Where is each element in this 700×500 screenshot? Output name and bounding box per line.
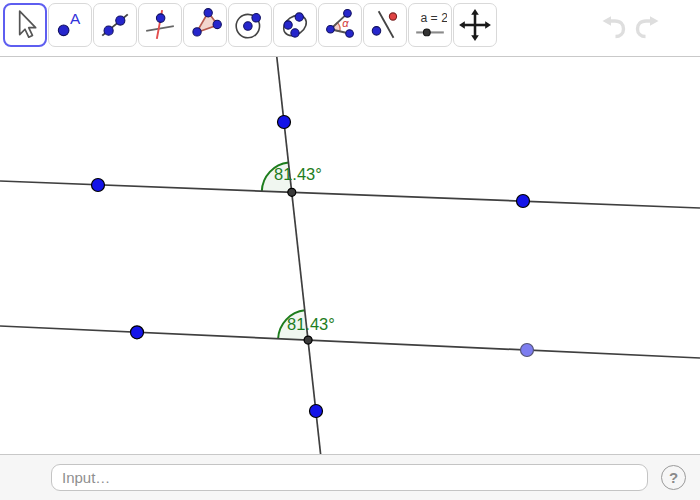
help-glyph: ? [669,469,678,486]
slider-icon: a = 2 [413,8,447,42]
slider-value-glyph: a = 2 [420,11,447,25]
tool-buttons: A [3,3,498,47]
graphics-view[interactable]: 81.43°81.43° [0,57,700,454]
alpha-glyph: α [342,17,349,29]
redo-button[interactable] [634,15,660,42]
perpendicular-line-icon [143,8,177,42]
point-transversal-bottom[interactable] [310,405,323,418]
undo-button[interactable] [601,15,627,42]
undo-redo-group [601,15,660,42]
reflect-tool-button[interactable] [363,3,407,47]
input-bar: ? [0,454,700,500]
conic-tool-button[interactable] [273,3,317,47]
point-icon: A [53,8,87,42]
angle-tool-button[interactable]: α [318,3,362,47]
point-lower-line-left[interactable] [131,326,144,339]
polygon-tool-button[interactable] [183,3,227,47]
intersection-point-lower[interactable] [304,336,312,344]
angle-lower-label[interactable]: 81.43° [287,315,335,333]
perpendicular-line-tool-button[interactable] [138,3,182,47]
move-tool-button[interactable] [3,3,47,47]
geogebra-window: A [0,0,700,500]
toolbar: A [0,0,700,57]
line-icon [98,8,132,42]
slider-tool-button[interactable]: a = 2 [408,3,452,47]
intersection-point-upper[interactable] [288,188,296,196]
circle-tool-button[interactable] [228,3,272,47]
point-lower-line-right[interactable] [521,344,534,357]
conic-through-points-icon [278,8,312,42]
point-upper-line-left[interactable] [92,179,105,192]
point-tool-button[interactable]: A [48,3,92,47]
angle-icon: α [323,8,357,42]
cursor-arrow-icon [8,8,42,42]
point-upper-line-right[interactable] [517,195,530,208]
angle-upper-label[interactable]: 81.43° [274,165,322,183]
circle-icon [233,8,267,42]
algebra-input[interactable] [51,464,648,491]
lower-parallel-line[interactable] [0,326,700,358]
help-button[interactable]: ? [661,465,686,490]
move-graphics-view-tool-button[interactable] [453,3,497,47]
redo-icon [634,15,660,39]
point-label-glyph: A [70,10,81,27]
polygon-icon [188,8,222,42]
move-view-icon [458,8,492,42]
line-tool-button[interactable] [93,3,137,47]
point-transversal-top[interactable] [278,116,291,129]
reflect-about-line-icon [368,8,402,42]
undo-icon [601,15,627,39]
